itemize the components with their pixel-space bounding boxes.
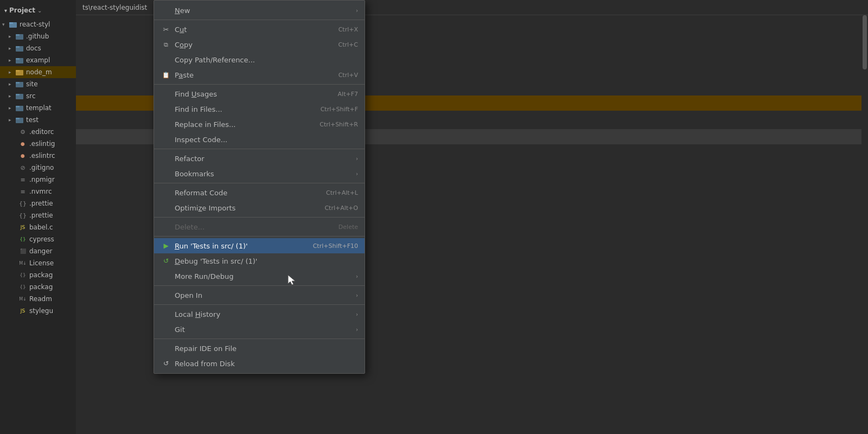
menu-item-optimize-label: Optimize Imports — [175, 204, 320, 212]
gitigno-label: .gitigno — [29, 164, 54, 171]
sidebar-title: Project — [9, 7, 35, 14]
git-arrow-icon: › — [356, 327, 358, 333]
templat-folder-icon — [15, 104, 24, 112]
license-label: License — [29, 259, 54, 267]
menu-item-reformat[interactable]: Reformat Code Ctrl+Alt+L — [154, 185, 365, 200]
github-arrow: ▸ — [9, 34, 15, 39]
sidebar-root[interactable]: ▾ react-styl — [0, 18, 76, 30]
optimize-shortcut: Ctrl+Alt+O — [324, 205, 358, 212]
sidebar-item-test[interactable]: ▸ test — [0, 114, 76, 126]
menu-item-find-usages[interactable]: Find Usages Alt+F7 — [154, 86, 365, 101]
menu-item-local-history[interactable]: Local History › — [154, 307, 365, 322]
sidebar-item-editorconfig[interactable]: ▸ ⚙ .editorc — [0, 126, 76, 138]
menu-item-paste[interactable]: 📋 Paste Ctrl+V — [154, 67, 365, 82]
menu-item-reload-disk-label: Reload from Disk — [175, 360, 358, 368]
sidebar-collapse-icon[interactable]: ▾ — [4, 8, 7, 14]
paste-shortcut: Ctrl+V — [339, 72, 358, 79]
svg-rect-15 — [16, 106, 20, 107]
sidebar-item-node-modules[interactable]: ▸ node_m — [0, 66, 76, 78]
svg-rect-5 — [16, 46, 20, 48]
license-file-icon: M↓ — [18, 259, 27, 267]
exampl-folder-icon — [15, 56, 24, 65]
menu-item-copy[interactable]: ⧉ Copy Ctrl+C — [154, 37, 365, 52]
site-folder-icon — [15, 80, 24, 88]
menu-item-run-tests[interactable]: ▶ Run 'Tests in src/ (1)' Ctrl+Shift+F10 — [154, 238, 365, 253]
menu-item-find-files[interactable]: Find in Files... Ctrl+Shift+F — [154, 101, 365, 117]
menu-item-replace-files[interactable]: Replace in Files... Ctrl+Shift+R — [154, 117, 365, 132]
run-tests-shortcut: Ctrl+Shift+F10 — [313, 242, 358, 250]
sidebar-item-license[interactable]: ▸ M↓ License — [0, 257, 76, 269]
sidebar-item-gitignore[interactable]: ▸ ⊘ .gitigno — [0, 162, 76, 174]
test-arrow: ▸ — [9, 117, 15, 123]
stylegu-file-icon: JS — [18, 307, 27, 315]
sidebar: ▾ Project ⌄ ▾ react-styl ▸ .github ▸ doc… — [0, 0, 76, 434]
sidebar-item-prettierignore[interactable]: ▸ {} .prettie — [0, 197, 76, 209]
sidebar-item-packagejson[interactable]: ▸ {} packag — [0, 269, 76, 281]
menu-item-local-history-label: Local History — [175, 310, 354, 318]
sidebar-item-docs[interactable]: ▸ docs — [0, 42, 76, 54]
cypress-file-icon: {} — [18, 235, 27, 244]
svg-rect-11 — [16, 82, 20, 84]
menu-item-delete[interactable]: Delete... Delete — [154, 219, 365, 234]
cut-shortcut: Ctrl+X — [339, 26, 358, 33]
menu-item-debug-tests[interactable]: ↺ Debug 'Tests in src/ (1)' — [154, 253, 365, 269]
sidebar-item-src[interactable]: ▸ src — [0, 90, 76, 102]
menu-item-bookmarks-label: Bookmarks — [175, 170, 354, 178]
sidebar-item-prettierrc[interactable]: ▸ {} .prettie — [0, 209, 76, 221]
eslintrc-file-icon: ● — [18, 151, 27, 160]
separator-4 — [154, 183, 365, 183]
node-folder-icon — [15, 68, 24, 76]
scrollbar-thumb[interactable] — [863, 15, 867, 69]
sidebar-item-exampl[interactable]: ▸ exampl — [0, 54, 76, 66]
editor-scrollbar[interactable] — [861, 15, 868, 434]
test-label: test — [26, 116, 39, 124]
menu-item-cut[interactable]: ✂ Cut Ctrl+X — [154, 22, 365, 37]
menu-item-repair-ide[interactable]: Repair IDE on File — [154, 341, 365, 356]
bookmarks-arrow-icon: › — [356, 171, 358, 177]
sidebar-root-label: react-styl — [20, 21, 50, 28]
danger-label: danger — [29, 247, 53, 255]
separator-7 — [154, 285, 365, 286]
danger-file-icon: ⬛ — [18, 247, 27, 256]
reformat-shortcut: Ctrl+Alt+L — [326, 189, 358, 196]
menu-item-copy-path-label: Copy Path/Reference... — [175, 56, 358, 64]
sidebar-item-templat[interactable]: ▸ templat — [0, 102, 76, 114]
sidebar-item-npmrc[interactable]: ▸ ≡ .npmigr — [0, 174, 76, 186]
sidebar-item-github[interactable]: ▸ .github — [0, 30, 76, 42]
menu-item-paste-label: Paste — [175, 71, 334, 79]
menu-item-bookmarks[interactable]: Bookmarks › — [154, 166, 365, 181]
readm-label: Readm — [29, 295, 52, 303]
replace-files-shortcut: Ctrl+Shift+R — [320, 121, 358, 128]
node-arrow: ▸ — [9, 69, 15, 75]
menu-item-run-tests-label: Run 'Tests in src/ (1)' — [175, 242, 309, 250]
menu-item-optimize[interactable]: Optimize Imports Ctrl+Alt+O — [154, 200, 365, 215]
sidebar-item-site[interactable]: ▸ site — [0, 78, 76, 90]
menu-item-debug-tests-label: Debug 'Tests in src/ (1)' — [175, 257, 358, 265]
sidebar-item-dangerfile[interactable]: ▸ ⬛ danger — [0, 245, 76, 257]
docs-label: docs — [26, 44, 41, 52]
sidebar-item-nvmrc[interactable]: ▸ ≡ .nvmrc — [0, 186, 76, 197]
sidebar-item-eslintrc[interactable]: ▸ ● .eslintrc — [0, 150, 76, 162]
sidebar-item-packagelock[interactable]: ▸ {} packag — [0, 281, 76, 293]
sidebar-dropdown-icon[interactable]: ⌄ — [37, 8, 42, 14]
menu-item-refactor[interactable]: Refactor › — [154, 151, 365, 166]
sidebar-item-eslintignore[interactable]: ▸ ● .eslintig — [0, 138, 76, 150]
paste-icon: 📋 — [161, 72, 171, 79]
prettie1-file-icon: {} — [18, 199, 27, 208]
sidebar-item-babelconfig[interactable]: ▸ JS babel.c — [0, 221, 76, 233]
npmigr-file-icon: ≡ — [18, 175, 27, 184]
menu-item-copy-path[interactable]: Copy Path/Reference... — [154, 52, 365, 67]
menu-item-open-in[interactable]: Open In › — [154, 288, 365, 303]
sidebar-item-styleguide[interactable]: ▸ JS stylegu — [0, 305, 76, 317]
svg-rect-9 — [16, 70, 20, 72]
menu-item-reload-disk[interactable]: ↺ Reload from Disk — [154, 356, 365, 371]
sidebar-item-cypress[interactable]: ▸ {} cypress — [0, 233, 76, 245]
new-arrow-icon: › — [356, 8, 358, 14]
menu-item-git[interactable]: Git › — [154, 322, 365, 337]
menu-item-more-run[interactable]: More Run/Debug › — [154, 269, 365, 284]
sidebar-item-readme[interactable]: ▸ M↓ Readm — [0, 293, 76, 305]
editorc-file-icon: ⚙ — [18, 127, 27, 136]
menu-item-refactor-label: Refactor — [175, 155, 354, 163]
menu-item-new[interactable]: New › — [154, 3, 365, 18]
menu-item-inspect-code[interactable]: Inspect Code... — [154, 132, 365, 147]
